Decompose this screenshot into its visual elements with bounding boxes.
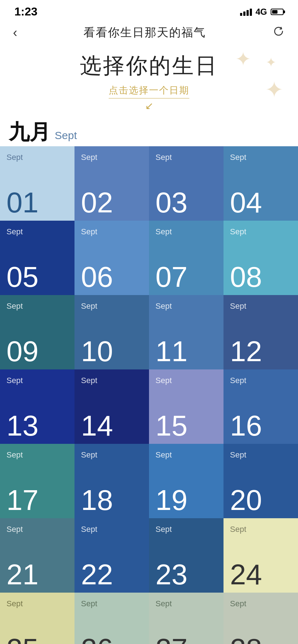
cell-day-number: 09 bbox=[6, 337, 68, 366]
cell-day-number: 08 bbox=[230, 263, 292, 291]
calendar-day-22[interactable]: Sept22 bbox=[74, 518, 149, 593]
hero-arrow: ↙ bbox=[14, 100, 284, 112]
calendar-day-02[interactable]: Sept02 bbox=[74, 146, 149, 221]
cell-month-label: Sept bbox=[6, 376, 68, 385]
month-label: 九月 Sept bbox=[0, 115, 298, 146]
cell-day-number: 27 bbox=[155, 635, 217, 644]
cell-day-number: 26 bbox=[81, 635, 143, 644]
calendar-day-23[interactable]: Sept23 bbox=[149, 518, 224, 593]
calendar-grid: Sept01Sept02Sept03Sept04Sept05Sept06Sept… bbox=[0, 146, 298, 644]
calendar-day-04[interactable]: Sept04 bbox=[224, 146, 298, 221]
cell-month-label: Sept bbox=[155, 599, 217, 608]
cell-day-number: 03 bbox=[155, 188, 217, 217]
cell-month-label: Sept bbox=[155, 302, 217, 311]
cell-month-label: Sept bbox=[155, 525, 217, 534]
calendar-day-11[interactable]: Sept11 bbox=[149, 295, 224, 369]
star-deco-1: ✦ bbox=[235, 48, 251, 70]
cell-month-label: Sept bbox=[6, 450, 68, 460]
cell-month-label: Sept bbox=[81, 227, 143, 236]
cell-month-label: Sept bbox=[81, 525, 143, 534]
signal-icon bbox=[240, 8, 252, 16]
cell-day-number: 01 bbox=[6, 188, 68, 217]
cell-month-label: Sept bbox=[230, 450, 292, 460]
calendar-day-13[interactable]: Sept13 bbox=[0, 369, 74, 444]
cell-month-label: Sept bbox=[230, 153, 292, 162]
cell-day-number: 21 bbox=[6, 560, 68, 589]
calendar-day-24[interactable]: Sept24 bbox=[224, 518, 298, 593]
cell-day-number: 12 bbox=[230, 337, 292, 366]
calendar-day-27[interactable]: Sept27 bbox=[149, 593, 224, 644]
cell-day-number: 25 bbox=[6, 635, 68, 644]
cell-month-label: Sept bbox=[155, 376, 217, 385]
calendar-day-14[interactable]: Sept14 bbox=[74, 369, 149, 444]
cell-day-number: 06 bbox=[81, 263, 143, 291]
cell-day-number: 16 bbox=[230, 411, 292, 440]
star-deco-2: ✦ bbox=[266, 55, 276, 70]
cell-month-label: Sept bbox=[230, 525, 292, 534]
calendar-day-07[interactable]: Sept07 bbox=[149, 221, 224, 295]
calendar-day-19[interactable]: Sept19 bbox=[149, 444, 224, 518]
calendar-day-12[interactable]: Sept12 bbox=[224, 295, 298, 369]
refresh-button[interactable] bbox=[272, 25, 285, 41]
cell-day-number: 19 bbox=[155, 486, 217, 515]
hero-section: ✦ ✦ ✦ 选择你的生日 点击选择一个日期 ↙ bbox=[0, 44, 298, 115]
cell-month-label: Sept bbox=[6, 525, 68, 534]
cell-day-number: 07 bbox=[155, 263, 217, 291]
cell-day-number: 11 bbox=[155, 337, 217, 366]
calendar-day-05[interactable]: Sept05 bbox=[0, 221, 74, 295]
cell-day-number: 14 bbox=[81, 411, 143, 440]
month-zh: 九月 bbox=[9, 118, 50, 146]
calendar-day-21[interactable]: Sept21 bbox=[0, 518, 74, 593]
cell-day-number: 23 bbox=[155, 560, 217, 589]
cell-month-label: Sept bbox=[230, 302, 292, 311]
calendar-day-03[interactable]: Sept03 bbox=[149, 146, 224, 221]
calendar-day-06[interactable]: Sept06 bbox=[74, 221, 149, 295]
calendar-day-01[interactable]: Sept01 bbox=[0, 146, 74, 221]
cell-day-number: 13 bbox=[6, 411, 68, 440]
cell-day-number: 05 bbox=[6, 263, 68, 291]
cell-day-number: 20 bbox=[230, 486, 292, 515]
header: ‹ 看看你生日那天的福气 bbox=[0, 21, 298, 44]
cell-month-label: Sept bbox=[230, 376, 292, 385]
star-deco-3: ✦ bbox=[265, 77, 284, 103]
cell-month-label: Sept bbox=[6, 227, 68, 236]
calendar-day-25[interactable]: Sept25 bbox=[0, 593, 74, 644]
calendar-day-09[interactable]: Sept09 bbox=[0, 295, 74, 369]
calendar-day-28[interactable]: Sept28 bbox=[224, 593, 298, 644]
cell-month-label: Sept bbox=[81, 599, 143, 608]
cell-day-number: 18 bbox=[81, 486, 143, 515]
cell-month-label: Sept bbox=[155, 450, 217, 460]
calendar-day-17[interactable]: Sept17 bbox=[0, 444, 74, 518]
cell-month-label: Sept bbox=[6, 302, 68, 311]
cell-month-label: Sept bbox=[81, 376, 143, 385]
cell-month-label: Sept bbox=[6, 599, 68, 608]
cell-month-label: Sept bbox=[81, 302, 143, 311]
status-icons: 4G bbox=[240, 7, 284, 17]
cell-month-label: Sept bbox=[81, 153, 143, 162]
calendar-day-16[interactable]: Sept16 bbox=[224, 369, 298, 444]
cell-day-number: 17 bbox=[6, 486, 68, 515]
cell-day-number: 22 bbox=[81, 560, 143, 589]
back-button[interactable]: ‹ bbox=[13, 26, 17, 39]
page-title: 看看你生日那天的福气 bbox=[83, 25, 206, 41]
month-en: Sept bbox=[55, 129, 77, 142]
cell-day-number: 15 bbox=[155, 411, 217, 440]
cell-day-number: 24 bbox=[230, 560, 292, 589]
calendar-day-18[interactable]: Sept18 bbox=[74, 444, 149, 518]
cell-month-label: Sept bbox=[155, 227, 217, 236]
cell-month-label: Sept bbox=[81, 450, 143, 460]
calendar-day-20[interactable]: Sept20 bbox=[224, 444, 298, 518]
calendar-day-10[interactable]: Sept10 bbox=[74, 295, 149, 369]
cell-day-number: 02 bbox=[81, 188, 143, 217]
cell-day-number: 28 bbox=[230, 635, 292, 644]
status-bar: 1:23 4G bbox=[0, 0, 298, 21]
cell-day-number: 10 bbox=[81, 337, 143, 366]
hero-subtitle: 点击选择一个日期 bbox=[109, 84, 189, 98]
calendar-day-26[interactable]: Sept26 bbox=[74, 593, 149, 644]
calendar-day-15[interactable]: Sept15 bbox=[149, 369, 224, 444]
calendar-day-08[interactable]: Sept08 bbox=[224, 221, 298, 295]
cell-day-number: 04 bbox=[230, 188, 292, 217]
battery-icon bbox=[271, 9, 284, 15]
cell-month-label: Sept bbox=[230, 599, 292, 608]
status-time: 1:23 bbox=[14, 5, 37, 18]
